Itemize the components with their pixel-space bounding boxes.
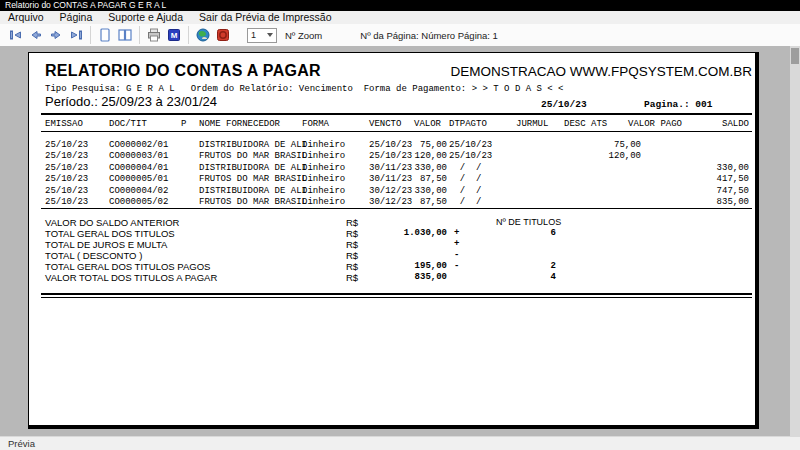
cell-dtpagto: / / — [449, 163, 481, 173]
toolbar-separator — [188, 26, 189, 44]
table-row: 25/10/23 CO000003/01 FRUTOS DO MAR BRASI… — [29, 151, 760, 162]
vertical-scrollbar[interactable] — [790, 46, 800, 436]
summary-sign: - — [454, 261, 459, 271]
report-date: 25/10/23 — [541, 99, 587, 110]
summary-row: VALOR TOTAL DOS TITULOS A PAGAR R$ 835,0… — [29, 272, 760, 283]
header-rule — [41, 113, 752, 115]
summary-amount: 195,00 — [359, 261, 447, 271]
table-header-underline — [41, 131, 752, 132]
word-export-icon: M — [166, 27, 182, 43]
zoom-label: Nº Zoom — [285, 30, 322, 41]
summary-row: TOTAL DE JUROS E MULTA R$ + — [29, 239, 760, 250]
cell-forma: Dinheiro — [302, 186, 345, 196]
two-page-icon — [117, 27, 133, 43]
toolbar: M 1 Nº Zoom Nº da Página: Número Página:… — [0, 24, 800, 46]
cell-saldo: 835,00 — [677, 197, 749, 207]
titlebar: Relatorio do CONTAS A PAGAR G E R A L — [0, 0, 800, 11]
table-row: 25/10/23 CO000005/02 FRUTOS DO MAR BRASI… — [29, 197, 760, 208]
menu-sair-previa[interactable]: Sair da Prévia de Impressão — [191, 11, 339, 24]
summary-bottom-rule — [41, 297, 752, 298]
cell-saldo: 747,50 — [677, 186, 749, 196]
column-header: DOC/TIT — [109, 119, 147, 129]
cell-forma: Dinheiro — [302, 163, 345, 173]
previous-page-button[interactable] — [26, 25, 46, 45]
currency-symbol: R$ — [346, 228, 358, 239]
summary-count: 6 — [509, 228, 556, 238]
summary-bottom-rule — [41, 293, 752, 295]
zoom-select[interactable]: 1 — [247, 28, 277, 43]
summary-top-rule — [41, 208, 752, 209]
cell-saldo: 417,50 — [677, 174, 749, 184]
cell-nome: FRUTOS DO MAR BRASIL — [199, 197, 307, 207]
single-page-view-button[interactable] — [95, 25, 115, 45]
currency-symbol: R$ — [346, 272, 358, 283]
statusbar: Prévia — [0, 436, 800, 450]
cell-nome: FRUTOS DO MAR BRASIL — [199, 174, 307, 184]
summary-sign: - — [454, 250, 459, 260]
cell-dtpagto: / / — [449, 197, 481, 207]
summary-label: TOTAL DE JUROS E MULTA — [45, 239, 167, 250]
summary-amount: 1.030,00 — [359, 228, 447, 238]
table-row: 25/10/23 CO000004/01 DISTRIBUIDORA DE AL… — [29, 163, 760, 174]
summary-label: VALOR TOTAL DOS TITULOS A PAGAR — [45, 272, 217, 283]
cell-nome: DISTRIBUIDORA DE ALI — [199, 163, 307, 173]
cell-nome: DISTRIBUIDORA DE ALI — [199, 140, 307, 150]
cell-valor-pago: 120,00 — [569, 151, 641, 161]
cell-saldo: 330,00 — [677, 163, 749, 173]
printer-icon — [146, 27, 162, 43]
cell-emissao: 25/10/23 — [45, 140, 88, 150]
table-row: 25/10/23 CO000004/02 DISTRIBUIDORA DE AL… — [29, 186, 760, 197]
column-header: JURMUL — [516, 119, 548, 129]
svg-text:M: M — [171, 31, 178, 40]
last-page-icon — [68, 27, 84, 43]
summary-amount: 835,00 — [359, 272, 447, 282]
cell-doc: CO000005/02 — [109, 197, 168, 207]
cell-emissao: 25/10/23 — [45, 163, 88, 173]
cell-doc: CO000003/01 — [109, 151, 168, 161]
two-page-view-button[interactable] — [115, 25, 135, 45]
column-header: P — [181, 119, 186, 129]
demo-watermark: DEMONSTRACAO WWW.FPQSYSTEM.COM.BR — [450, 64, 752, 79]
menu-pagina[interactable]: Página — [52, 11, 101, 24]
report-title: RELATORIO DO CONTAS A PAGAR — [45, 62, 321, 80]
summary-label: TOTAL ( DESCONTO ) — [45, 250, 142, 261]
chevron-down-icon — [267, 33, 273, 37]
report-filters: Tipo Pesquisa: G E R A L Ordem do Relató… — [45, 84, 563, 94]
web-export-button[interactable] — [193, 25, 213, 45]
cell-emissao: 25/10/23 — [45, 151, 88, 161]
summary-row: TOTAL ( DESCONTO ) R$ - — [29, 250, 760, 261]
menu-arquivo[interactable]: Arquivo — [0, 11, 52, 24]
close-preview-button[interactable] — [213, 25, 233, 45]
summary-label: TOTAL GERAL DOS TITULOS — [45, 228, 175, 239]
cell-valor: 120,00 — [385, 151, 447, 161]
single-page-icon — [97, 27, 113, 43]
table-row: 25/10/23 CO000005/01 FRUTOS DO MAR BRASI… — [29, 174, 760, 185]
cell-dtpagto: 25/10/23 — [449, 151, 492, 161]
page-number-label: Nº da Página: Número Página: 1 — [360, 30, 498, 41]
word-export-button[interactable]: M — [164, 25, 184, 45]
cell-valor: 330,00 — [385, 163, 447, 173]
cell-dtpagto: 25/10/23 — [449, 140, 492, 150]
cell-forma: Dinheiro — [302, 174, 345, 184]
column-header: DTPAGTO — [449, 119, 487, 129]
table-header-row: EMISSAO DOC/TIT P NOME FORNECEDOR FORMA … — [29, 119, 760, 130]
column-header: FORMA — [302, 119, 329, 129]
first-page-button[interactable] — [6, 25, 26, 45]
print-button[interactable] — [144, 25, 164, 45]
next-page-button[interactable] — [46, 25, 66, 45]
menu-suporte-ajuda[interactable]: Suporte e Ajuda — [100, 11, 191, 24]
summary-label: TOTAL GERAL DOS TITULOS PAGOS — [45, 261, 210, 272]
summary-sign: + — [454, 239, 459, 249]
cell-valor: 330,00 — [385, 186, 447, 196]
summary-sign: + — [454, 228, 459, 238]
toolbar-separator — [90, 26, 91, 44]
window-title: Relatorio do CONTAS A PAGAR G E R A L — [5, 0, 166, 10]
last-page-button[interactable] — [66, 25, 86, 45]
currency-symbol: R$ — [346, 261, 358, 272]
currency-symbol: R$ — [346, 250, 358, 261]
scrollbar-thumb[interactable] — [791, 48, 799, 64]
cell-doc: CO000004/02 — [109, 186, 168, 196]
column-header: VENCTO — [369, 119, 401, 129]
table-row: 25/10/23 CO000002/01 DISTRIBUIDORA DE AL… — [29, 140, 760, 151]
cell-dtpagto: / / — [449, 186, 481, 196]
